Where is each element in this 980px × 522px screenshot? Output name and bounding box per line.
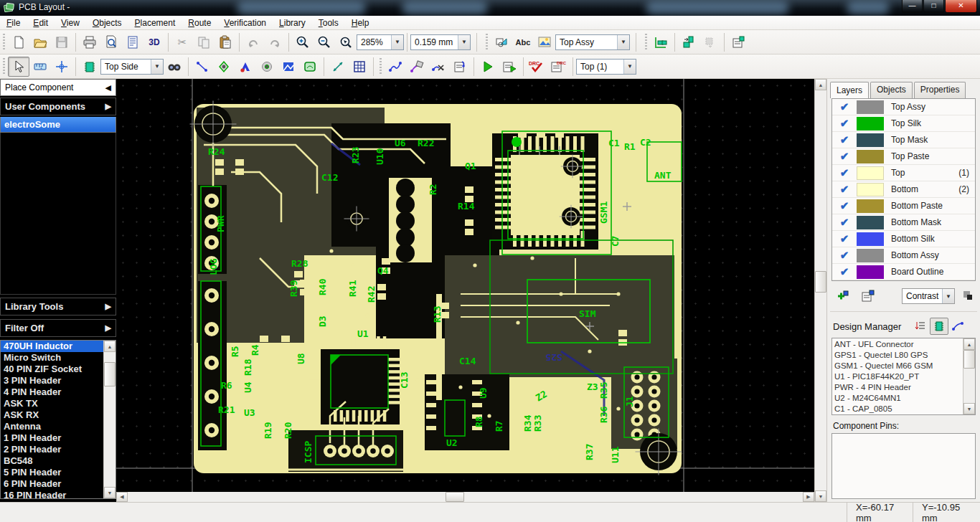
redo-icon[interactable] xyxy=(264,32,286,52)
scroll-left-icon[interactable]: ◀ xyxy=(116,492,128,502)
close-button[interactable]: ✕ xyxy=(945,0,977,13)
chevron-down-icon[interactable]: ▼ xyxy=(458,35,470,49)
place-component-button[interactable] xyxy=(79,57,100,77)
new-button[interactable] xyxy=(8,32,29,52)
chevron-down-icon[interactable]: ▼ xyxy=(617,35,629,49)
toolbar-grip[interactable] xyxy=(644,34,649,51)
update-from-schematic-button[interactable] xyxy=(699,32,721,52)
layer-color-swatch[interactable] xyxy=(857,265,884,279)
list-item[interactable]: U2 - M24C64MN1 xyxy=(832,393,963,404)
origin-tool-button[interactable] xyxy=(51,57,72,77)
list-item[interactable]: 470UH Inductor xyxy=(1,341,103,352)
tab-layers[interactable]: Layers xyxy=(830,82,869,98)
toolbar-grip[interactable] xyxy=(1,34,6,51)
preview-3d-button[interactable]: 3D xyxy=(143,32,165,52)
library-tools-header[interactable]: Library Tools ▶ xyxy=(0,298,116,315)
layer-properties-button[interactable] xyxy=(859,286,877,306)
library-item-electrosome[interactable]: electroSome xyxy=(0,117,116,133)
tab-objects[interactable]: Objects xyxy=(870,82,913,98)
scroll-down-icon[interactable]: ▼ xyxy=(963,403,975,414)
pcb-canvas[interactable]: R24PWRLOGU6R23U10R22C12Q1R2R14C1R1C2ANTG… xyxy=(116,79,814,492)
titles-button[interactable] xyxy=(122,32,143,52)
chevron-down-icon[interactable]: ▼ xyxy=(391,35,403,49)
toolbar-grip[interactable] xyxy=(484,34,489,51)
dim-layers-icon[interactable] xyxy=(962,290,974,303)
place-trace-button[interactable] xyxy=(192,57,213,77)
contrast-combobox[interactable]: Contrast ▼ xyxy=(902,288,955,304)
layer-color-swatch[interactable] xyxy=(857,216,884,229)
component-list-scrollbar[interactable]: ▲ ▼ xyxy=(103,341,116,498)
maximize-button[interactable]: □ xyxy=(923,0,944,13)
layer-row[interactable]: ✔Bottom Assy xyxy=(832,247,975,264)
place-picture-button[interactable] xyxy=(534,32,555,52)
expand-right-icon[interactable]: ▶ xyxy=(105,302,111,311)
toolbar-grip[interactable] xyxy=(378,58,383,75)
save-button[interactable] xyxy=(51,32,72,52)
open-button[interactable] xyxy=(29,32,51,52)
layer-visibility-check[interactable]: ✔ xyxy=(832,249,857,262)
list-item[interactable]: PWR - 4 PIN Header xyxy=(832,382,963,393)
list-item[interactable]: ASK TX xyxy=(1,398,103,409)
run-autorouter-button[interactable] xyxy=(477,57,499,77)
grid-table-button[interactable] xyxy=(349,57,370,77)
select-tool-button[interactable] xyxy=(8,57,29,77)
place-shape-button[interactable] xyxy=(491,32,512,52)
expand-right-icon[interactable]: ▶ xyxy=(105,323,111,333)
toolbar-grip[interactable] xyxy=(1,58,6,75)
dm-nets-sort-button[interactable] xyxy=(911,318,930,335)
list-item[interactable]: 6 PIN Header xyxy=(1,478,103,490)
copy-icon[interactable] xyxy=(193,32,215,52)
print-button[interactable] xyxy=(79,32,100,52)
layer-row[interactable]: ✔Top Paste xyxy=(832,148,975,165)
cut-icon[interactable]: ✂ xyxy=(171,32,193,52)
layer-row[interactable]: ✔Board Outline xyxy=(832,264,975,280)
menu-route[interactable]: Route xyxy=(182,16,217,29)
layer-color-swatch[interactable] xyxy=(857,166,884,180)
layer-visibility-check[interactable]: ✔ xyxy=(832,183,857,196)
layer-color-swatch[interactable] xyxy=(857,100,884,114)
list-item[interactable]: 2 PIN Header xyxy=(1,444,103,455)
layer-color-swatch[interactable] xyxy=(857,232,884,246)
place-component-header[interactable]: Place Component ◀ xyxy=(0,79,116,96)
undo-icon[interactable] xyxy=(242,32,264,52)
paste-icon[interactable] xyxy=(215,32,236,52)
menu-library[interactable]: Library xyxy=(273,16,312,29)
list-item[interactable]: 1 PIN Header xyxy=(1,432,103,444)
layer-visibility-check[interactable]: ✔ xyxy=(832,133,857,146)
list-item[interactable]: 40 PIN ZIF Socket xyxy=(1,364,103,375)
autorouter-setup-button[interactable] xyxy=(499,57,520,77)
zoom-level-combobox[interactable]: 285% ▼ xyxy=(357,34,404,50)
measure-tool-button[interactable]: 1 xyxy=(29,57,51,77)
layer-row[interactable]: ✔Top(1) xyxy=(832,165,975,181)
menu-objects[interactable]: Objects xyxy=(86,16,128,29)
scroll-down-icon[interactable]: ▼ xyxy=(815,490,826,502)
dm-components-button[interactable] xyxy=(930,318,948,335)
component-properties-button[interactable] xyxy=(727,32,749,52)
list-item[interactable]: GPS1 - Quectel L80 GPS xyxy=(832,350,963,361)
run-drc-button[interactable]: DRC xyxy=(527,57,548,77)
find-component-button[interactable] xyxy=(164,57,185,77)
menu-verification[interactable]: Verification xyxy=(217,16,273,29)
menu-edit[interactable]: Edit xyxy=(27,16,55,29)
layer-row[interactable]: ✔Top Silk xyxy=(832,115,975,132)
place-via-button[interactable] xyxy=(256,57,278,77)
layer-color-swatch[interactable] xyxy=(857,150,884,163)
place-fill-button[interactable] xyxy=(299,57,321,77)
list-item[interactable]: 5 PIN Header xyxy=(1,467,103,478)
menu-help[interactable]: Help xyxy=(345,16,376,29)
list-item[interactable]: 3 PIN Header xyxy=(1,375,103,386)
dm-nets-button[interactable] xyxy=(948,318,967,335)
menu-tools[interactable]: Tools xyxy=(312,16,345,29)
zoom-in-icon[interactable] xyxy=(292,32,314,52)
place-pad-button[interactable] xyxy=(213,57,235,77)
layer-visibility-check[interactable]: ✔ xyxy=(832,100,857,113)
place-copper-pour-button[interactable] xyxy=(278,57,299,77)
layer-visibility-check[interactable]: ✔ xyxy=(832,199,857,212)
scroll-up-icon[interactable]: ▲ xyxy=(104,341,116,352)
scroll-up-icon[interactable]: ▲ xyxy=(963,338,975,350)
layer-row[interactable]: ✔Bottom(2) xyxy=(832,181,975,198)
list-item[interactable]: C1 - CAP_0805 xyxy=(832,404,963,414)
layer-color-swatch[interactable] xyxy=(857,183,884,196)
user-components-header[interactable]: User Components ▶ xyxy=(0,98,116,115)
layer-row[interactable]: ✔Top Mask xyxy=(832,132,975,148)
